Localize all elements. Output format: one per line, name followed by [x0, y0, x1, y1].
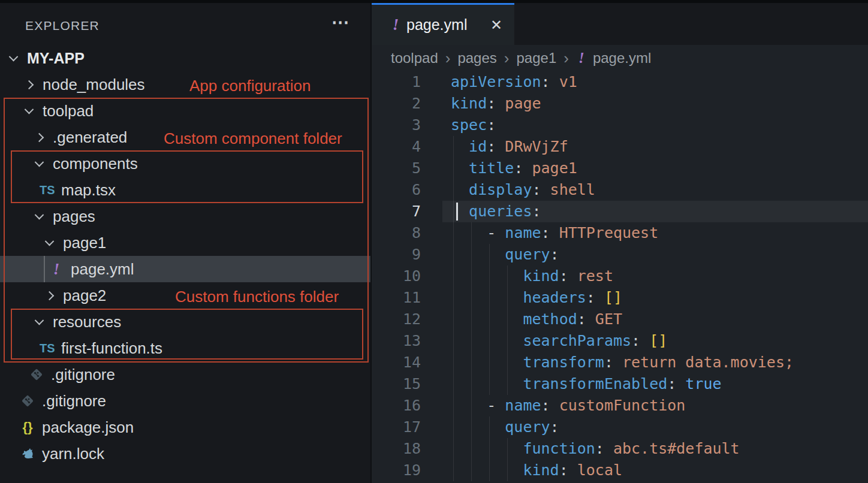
code-line-content: kind: page: [451, 93, 541, 114]
tree-item--gitignore[interactable]: .gitignore: [0, 388, 370, 414]
line-number: 4: [372, 136, 421, 158]
line-number: 13: [372, 330, 421, 352]
yaml-icon: !: [577, 50, 586, 67]
code-line[interactable]: 5 title: page1: [372, 158, 868, 179]
tree-item-yarn-lock[interactable]: yarn.lock: [0, 440, 370, 467]
code-line-content: id: DRwVjZf: [451, 136, 568, 158]
close-icon[interactable]: ✕: [490, 17, 502, 34]
code-line-content: query:: [451, 416, 559, 438]
indent-guide: [489, 244, 490, 265]
tree-item-pages[interactable]: pages: [0, 203, 370, 230]
breadcrumb-item-page1[interactable]: page1: [516, 50, 556, 67]
git-icon: [29, 367, 44, 382]
line-number: 17: [372, 416, 421, 438]
chevron-right-icon: [25, 80, 34, 89]
indent-guide: [507, 438, 508, 460]
editor-group: ! page.yml ✕ toolpad›pages›page1›!page.y…: [372, 0, 868, 483]
code-line[interactable]: 16 - name: customFunction: [372, 395, 868, 416]
code-line-content: apiVersion: v1: [451, 71, 577, 93]
code-line[interactable]: 17 query:: [372, 416, 868, 438]
code-line[interactable]: 2kind: page: [372, 93, 868, 114]
file-tree: MY-APPnode_modulestoolpad.generatedcompo…: [0, 45, 370, 467]
code-editor[interactable]: 1apiVersion: v12kind: page3spec:4 id: DR…: [372, 71, 868, 481]
tree-item-resources[interactable]: resources: [0, 309, 370, 335]
code-line[interactable]: 12 method: GET: [372, 309, 868, 330]
code-line-content: headers: []: [451, 287, 622, 309]
line-number: 2: [372, 93, 421, 114]
breadcrumb-item-page-yml[interactable]: page.yml: [593, 50, 651, 67]
indent-guide: [471, 373, 472, 395]
tab-bar: ! page.yml ✕: [372, 0, 868, 45]
tree-item-map-tsx[interactable]: TSmap.tsx: [0, 177, 370, 203]
indent-guide: [453, 460, 454, 481]
tab-page-yml[interactable]: ! page.yml ✕: [372, 3, 514, 45]
tree-item--gitignore[interactable]: .gitignore: [0, 361, 370, 388]
line-number: 9: [372, 244, 421, 265]
tree-item-label: package.json: [42, 418, 134, 437]
indent-guide: [507, 287, 508, 309]
line-number: 7: [372, 201, 421, 222]
code-line[interactable]: 7 queries:: [372, 201, 868, 222]
code-line-content: method: GET: [451, 309, 622, 330]
tree-item-package-json[interactable]: {}package.json: [0, 414, 370, 440]
tree-item-label: resources: [53, 313, 121, 331]
code-line[interactable]: 13 searchParams: []: [372, 330, 868, 352]
breadcrumb-item-toolpad[interactable]: toolpad: [391, 50, 438, 67]
tree-item-label: node_modules: [43, 76, 145, 94]
code-line[interactable]: 8 - name: HTTPrequest: [372, 222, 868, 244]
indent-guide: [471, 438, 472, 460]
explorer-sidebar: EXPLORER ⋯ MY-APPnode_modulestoolpad.gen…: [0, 0, 370, 483]
tree-item-label: first-function.ts: [61, 339, 162, 358]
indent-guide: [453, 136, 454, 158]
indent-guide: [453, 158, 454, 179]
tree-item-page1[interactable]: page1: [0, 230, 370, 256]
indent-guide: [507, 265, 508, 287]
text-cursor: [456, 203, 458, 221]
annotation-label: Custom component folder: [164, 129, 342, 148]
tree-item-label: components: [53, 155, 138, 173]
code-line[interactable]: 1apiVersion: v1: [372, 71, 868, 93]
code-line-content: kind: rest: [451, 265, 613, 287]
tree-item-page-yml[interactable]: !page.yml: [0, 256, 370, 282]
tree-item-toolpad[interactable]: toolpad: [0, 98, 370, 124]
chevron-down-icon: [35, 315, 44, 325]
yaml-icon: !: [49, 260, 64, 279]
code-line[interactable]: 14 transform: return data.movies;: [372, 352, 868, 373]
code-line[interactable]: 19 kind: local: [372, 460, 868, 481]
tree-item-my-app[interactable]: MY-APP: [0, 45, 370, 71]
tree-item-components[interactable]: components: [0, 150, 370, 177]
yaml-icon: !: [391, 16, 400, 34]
indent-guide: [453, 244, 454, 265]
tree-item-first-function-ts[interactable]: TSfirst-function.ts: [0, 335, 370, 361]
indent-guide: [489, 309, 490, 330]
indent-guide: [489, 265, 490, 287]
indent-guide: [489, 352, 490, 373]
code-line[interactable]: 10 kind: rest: [372, 265, 868, 287]
tree-item-node-modules[interactable]: node_modules: [0, 71, 370, 98]
code-line[interactable]: 6 display: shell: [372, 179, 868, 201]
indent-guide: [507, 373, 508, 395]
breadcrumb-separator-icon: ›: [563, 49, 569, 68]
code-line-content: searchParams: []: [451, 330, 667, 352]
indent-guide: [471, 222, 472, 244]
code-line[interactable]: 3spec:: [372, 114, 868, 136]
tree-item-label: page2: [63, 286, 106, 305]
tree-item-label: page1: [63, 234, 106, 252]
more-actions-button[interactable]: ⋯: [331, 13, 351, 31]
code-line[interactable]: 4 id: DRwVjZf: [372, 136, 868, 158]
indent-guide: [453, 330, 454, 352]
tree-item-label: .generated: [53, 128, 127, 147]
tab-label: page.yml: [406, 16, 467, 34]
code-line[interactable]: 15 transformEnabled: true: [372, 373, 868, 395]
breadcrumb-item-pages[interactable]: pages: [457, 50, 496, 67]
indent-guide: [453, 395, 454, 416]
yarn-icon: [20, 446, 35, 461]
indent-guide: [507, 460, 508, 481]
code-line[interactable]: 18 function: abc.ts#default: [372, 438, 868, 460]
code-line[interactable]: 11 headers: []: [372, 287, 868, 309]
indent-guide: [453, 201, 454, 222]
code-line[interactable]: 9 query:: [372, 244, 868, 265]
indent-guide: [453, 287, 454, 309]
tree-item-label: .gitignore: [51, 366, 115, 384]
line-number: 6: [372, 179, 421, 201]
